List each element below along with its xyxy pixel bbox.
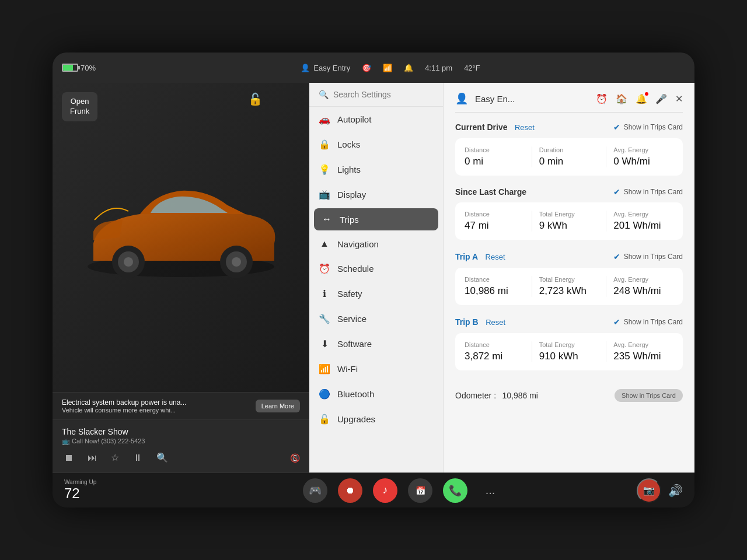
steering-wheel-button[interactable]: 🎮 [303, 478, 327, 503]
nav-item-display[interactable]: 📺 Display [309, 182, 443, 207]
trip-a-total-energy-value: 2,723 kWh [539, 285, 599, 297]
nav-item-bluetooth[interactable]: 🔵 Bluetooth [309, 382, 443, 407]
since-last-charge-checkmark: ✔ [613, 187, 620, 197]
current-drive-reset-button[interactable]: Reset [515, 123, 535, 132]
status-center: 👤 Easy Entry 🎯 📶 🔔 4:11 pm 42°F [103, 64, 678, 72]
current-drive-duration-col: Duration 0 min [539, 146, 607, 167]
trip-a-header: Trip A Reset ✔ Show in Trips Card [455, 251, 683, 262]
music-button[interactable]: ♪ [373, 478, 397, 503]
taskbar: Warming Up 72 🎮 ⏺ ♪ 📅 📞 ... 📷 🔊 [53, 473, 694, 508]
nav-item-safety[interactable]: ℹ Safety [309, 281, 443, 306]
status-alarm-icon: 🔔 [404, 64, 413, 72]
media-next-button[interactable]: ⏭ [85, 450, 99, 466]
nav-item-schedule[interactable]: ⏰ Schedule [309, 256, 443, 281]
trip-b-header: Trip B Reset ✔ Show in Trips Card [455, 317, 683, 327]
nav-label-safety: Safety [337, 289, 362, 299]
trip-b-card: Distance 3,872 mi Total Energy 910 kWh A… [455, 333, 683, 370]
nav-label-bluetooth: Bluetooth [337, 389, 374, 399]
volume-icon[interactable]: 🔊 [668, 484, 683, 498]
nav-item-lights[interactable]: 💡 Lights [309, 157, 443, 182]
search-input[interactable] [333, 90, 435, 99]
alarm-icon[interactable]: ⏰ [596, 93, 608, 104]
media-equalizer-button[interactable]: ⏸ [131, 450, 145, 466]
since-last-charge-card: Distance 47 mi Total Energy 9 kWh Avg. E… [455, 202, 683, 240]
more-button[interactable]: ... [478, 478, 502, 503]
close-icon[interactable]: ✕ [675, 93, 683, 104]
learn-more-button[interactable]: Learn More [256, 400, 300, 412]
nav-item-autopilot[interactable]: 🚗 Autopilot [309, 107, 443, 132]
media-search-button[interactable]: 🔍 [154, 450, 170, 466]
locks-icon: 🔒 [319, 139, 330, 150]
trip-a-section: Trip A Reset ✔ Show in Trips Card Distan… [455, 251, 683, 305]
trip-b-total-energy-label: Total Energy [539, 341, 599, 348]
current-drive-title: Current Drive [455, 123, 507, 132]
trip-a-energy-col: Total Energy 2,723 kWh [539, 276, 607, 297]
trip-a-show-label: Show in Trips Card [624, 253, 683, 261]
open-frunk-button[interactable]: OpenFrunk [62, 92, 97, 121]
nav-item-software[interactable]: ⬇ Software [309, 331, 443, 356]
nav-label-display: Display [337, 190, 366, 200]
notification-icon[interactable]: 🔔 [636, 93, 647, 104]
search-icon: 🔍 [319, 90, 329, 99]
home-icon[interactable]: 🏠 [616, 93, 627, 104]
settings-sidebar: 🔍 🚗 Autopilot 🔒 Locks 💡 Lights 📺 Display… [309, 83, 444, 473]
current-drive-energy-label: Avg. Energy [613, 146, 673, 153]
camera-button[interactable]: 📷 [637, 478, 661, 503]
software-icon: ⬇ [319, 338, 330, 349]
battery-indicator: 70% [62, 64, 96, 72]
mic-icon[interactable]: 🎤 [655, 93, 667, 104]
since-charge-avg-energy-value: 201 Wh/mi [613, 220, 673, 232]
nav-item-upgrades[interactable]: 🔓 Upgrades [309, 407, 443, 432]
trip-b-reset-button[interactable]: Reset [486, 318, 505, 327]
dashcam-button[interactable]: ⏺ [338, 478, 362, 503]
nav-item-navigation[interactable]: ▲ Navigation [309, 232, 443, 256]
battery-percent: 70% [81, 64, 96, 72]
trip-b-show-trips: ✔ Show in Trips Card [613, 317, 683, 327]
trip-b-checkmark: ✔ [613, 317, 620, 327]
taskbar-left: Warming Up 72 [64, 479, 169, 502]
nav-label-navigation: Navigation [337, 239, 379, 249]
user-icon: 👤 [301, 64, 310, 72]
status-temp: 42°F [464, 64, 480, 72]
status-user: 👤 Easy Entry [301, 64, 350, 72]
service-icon: 🔧 [319, 313, 330, 324]
status-time: 4:11 pm [425, 64, 452, 72]
trip-a-distance-label: Distance [465, 276, 525, 283]
svg-point-6 [232, 257, 241, 267]
nav-item-wifi[interactable]: 📶 Wi-Fi [309, 356, 443, 382]
trip-b-distance-value: 3,872 mi [465, 351, 525, 362]
media-stop-button[interactable]: ⏹ [62, 450, 76, 466]
calendar-button[interactable]: 📅 [408, 478, 432, 503]
media-favorite-button[interactable]: ☆ [109, 450, 121, 466]
status-bar: 70% 👤 Easy Entry 🎯 📶 🔔 4:11 pm 42°F [53, 52, 694, 83]
trip-b-avg-energy-label: Avg. Energy [613, 341, 673, 348]
trip-a-distance-col: Distance 10,986 mi [465, 276, 532, 297]
nav-label-lights: Lights [337, 164, 361, 174]
current-drive-section: Current Drive Reset ✔ Show in Trips Card… [455, 122, 683, 176]
trips-header-row: 👤 Easy En... ⏰ 🏠 🔔 🎤 ✕ [455, 92, 683, 113]
current-drive-duration-label: Duration [539, 146, 599, 153]
trip-a-reset-button[interactable]: Reset [486, 253, 505, 261]
autopilot-icon: 🚗 [319, 114, 330, 125]
phone-button[interactable]: 📞 [443, 478, 467, 503]
trips-panel: 👤 Easy En... ⏰ 🏠 🔔 🎤 ✕ Current Drive Res… [444, 83, 694, 473]
profile-user-icon: 👤 [455, 92, 468, 105]
taskbar-right: 📷 🔊 [636, 478, 683, 503]
media-controls: ⏹ ⏭ ☆ ⏸ 🔍 📵 [62, 450, 300, 466]
schedule-icon: ⏰ [319, 263, 330, 274]
trip-b-avg-energy-col: Avg. Energy 235 Wh/mi [613, 341, 673, 362]
safety-icon: ℹ [319, 288, 330, 299]
nav-label-software: Software [337, 339, 372, 349]
odometer-show-trips-button[interactable]: Show in Trips Card [615, 389, 683, 402]
media-subtitle: 📺 Call Now! (303) 222-5423 [62, 438, 300, 445]
trip-a-title: Trip A [455, 252, 478, 261]
nav-label-schedule: Schedule [337, 264, 374, 274]
nav-item-service[interactable]: 🔧 Service [309, 306, 443, 331]
trips-icon: ↔ [321, 214, 333, 225]
since-charge-distance-value: 47 mi [465, 220, 525, 232]
nav-item-locks[interactable]: 🔒 Locks [309, 132, 443, 157]
current-drive-duration-value: 0 min [539, 156, 599, 167]
odometer-label: Odometer : [455, 391, 496, 400]
nav-item-trips[interactable]: ↔ Trips [314, 208, 438, 230]
since-charge-total-energy-label: Total Energy [539, 211, 599, 218]
